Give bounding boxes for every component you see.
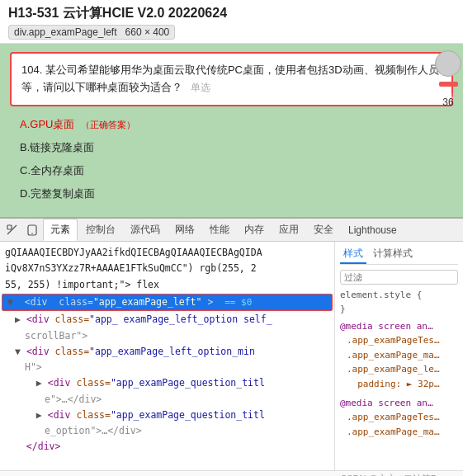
tab-application[interactable]: 应用 [272,219,305,240]
tab-memory[interactable]: 内存 [238,219,271,240]
dom-line-2: iQv8X7nS3YXzz7R+AAAAE1FTkSuQmCC") rgb(25… [0,261,334,276]
dom-line-6b: H"> [0,360,334,375]
style-prop-1b: .app_examPage_ma… [340,348,458,363]
dom-line-9: </div> [0,439,334,455]
dom-line-5[interactable]: ▶ <div class="app_ examPage_left_option … [0,312,334,328]
option-d-label: D.完整复制桌面 [20,187,95,200]
top-bar: H13-531 云计算HCIE V2.0 20220624 div.app_ex… [0,0,463,44]
dom-line-5b: scrollBar"> [0,328,334,344]
question-type: 单选 [191,82,210,93]
tab-security[interactable]: 安全 [307,219,340,240]
question-box: 104. 某公司希望能够用华为桌面云取代传统PC桌面，使用者包括3D动画、视频制… [10,52,453,106]
avatar [435,50,461,77]
style-prop-1c: .app_examPage_le… [340,362,458,377]
style-selector-1: @media screen an… [340,321,458,332]
devtools-toolbar: 元素 控制台 源代码 网络 性能 内存 应用 安全 Lighthouse [0,219,463,242]
element-style-block: element.style { } [340,290,458,314]
element-size: 660 × 400 [125,26,170,38]
option-c[interactable]: C.全内存桌面 [13,159,450,182]
dom-line-7b: e">…</div> [0,392,334,408]
style-block-2: @media screen an… .app_examPageTes… .app… [340,398,458,439]
question-number: 104. [21,64,42,76]
tab-sources[interactable]: 源代码 [124,219,167,240]
style-prop-1d: padding: ► 32p… [340,377,458,392]
style-prop-1a: .app_examPageTes… [340,333,458,348]
dom-line-8b: e_option">…</div> [0,423,334,439]
tab-elements[interactable]: 元素 [43,219,78,241]
preview-area: 104. 某公司希望能够用华为桌面云取代传统PC桌面，使用者包括3D动画、视频制… [0,44,463,217]
styles-panel: 样式 计算样式 element.style { } @media screen … [335,242,463,470]
dom-line-7[interactable]: ▶ <div class="app_examPage_question_titl [0,375,334,391]
tab-performance[interactable]: 性能 [203,219,236,240]
highlighted-dom-container: ▼ <div class="app_examPage_left" > == $0 [2,294,333,312]
tab-styles[interactable]: 样式 [340,245,366,264]
watermark: CSDN @方方...云计算Pages [340,473,456,476]
style-block-1: @media screen an… .app_examPageTes… .app… [340,321,458,391]
dom-panel: gQIAAAQIECBDYJyAA2ifkdQIECBAgQIAAAQIECBA… [0,242,335,470]
dom-line-8[interactable]: ▶ <div class="app_examPage_question_titl [0,408,334,423]
styles-tabs: 样式 计算样式 [340,245,458,265]
inspect-icon[interactable] [3,221,21,239]
devtools-main: gQIAAAQIECBDYJyAA2ifkdQIECBAgQIAAAQIECBA… [0,242,463,470]
devtools-panel: 元素 控制台 源代码 网络 性能 内存 应用 安全 Lighthouse gQI… [0,217,463,476]
option-a-label: A.GPU桌面 [20,118,74,130]
option-b-label: B.链接克隆桌面 [20,141,94,153]
element-style-label: element.style { [340,290,458,300]
element-label-text: div.app_examPage_left [14,26,117,38]
dom-line-1: gQIAAAQIECBDYJyAA2ifkdQIECBAgQIAAAQIECBA… [0,245,334,261]
filter-input[interactable] [340,270,458,285]
option-a[interactable]: A.GPU桌面 （正确答案） [13,113,450,136]
svg-rect-0 [7,225,12,229]
tab-network[interactable]: 网络 [168,219,201,240]
dom-line-3: 55, 255) !important;"> flex [0,277,334,293]
preview-right: 单选 36 [433,44,463,217]
question-text: 某公司希望能够用华为桌面云取代传统PC桌面，使用者包括3D动画、视频制作人员等，… [21,64,439,93]
tab-console[interactable]: 控制台 [79,219,122,240]
style-prop-2a: .app_examPageTes… [340,410,458,425]
option-c-label: C.全内存桌面 [20,164,84,177]
dom-line-6[interactable]: ▼ <div class="app_examPage_left_option_m… [0,344,334,360]
single-button[interactable]: 单选 [439,82,458,87]
element-style-close: } [340,304,458,314]
devtools-bottom: CSDN @方方...云计算Pages [0,470,463,476]
tab-computed[interactable]: 计算样式 [370,245,416,264]
style-selector-2: @media screen an… [340,398,458,408]
option-b[interactable]: B.链接克隆桌面 [13,136,450,159]
option-d[interactable]: D.完整复制桌面 [13,182,450,205]
style-prop-2b: .app_examPage_ma… [340,425,458,440]
svg-point-3 [31,233,33,234]
page-title: H13-531 云计算HCIE V2.0 20220624 [8,5,455,22]
mobile-icon[interactable] [23,221,41,239]
options-area: A.GPU桌面 （正确答案） B.链接克隆桌面 C.全内存桌面 D.完整复制桌面 [10,113,453,205]
correct-label: （正确答案） [81,120,135,130]
page-number: 36 [442,97,453,108]
dom-line-highlighted[interactable]: ▼ <div class="app_examPage_left" > == $0 [2,295,332,311]
element-label: div.app_examPage_left 660 × 400 [8,22,455,40]
collapse-arrow[interactable]: ▼ [7,296,13,308]
tab-lighthouse[interactable]: Lighthouse [342,221,404,239]
